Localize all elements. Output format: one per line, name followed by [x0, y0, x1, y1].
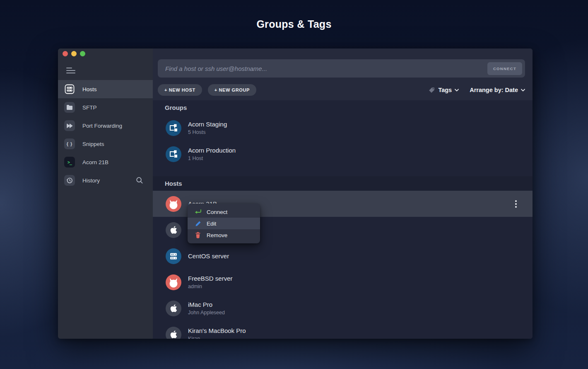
- apple-icon: [166, 301, 181, 316]
- sidebar-nav: Hosts SFTP Port Forwarding: [58, 80, 153, 189]
- sidebar-item-label: Hosts: [82, 86, 97, 92]
- host-context-menu: Connect Edit Remove: [188, 204, 260, 243]
- apple-icon: [166, 222, 181, 238]
- search-placeholder: Find a host or ssh user@hostname...: [165, 65, 267, 72]
- folder-icon: [64, 102, 75, 113]
- context-menu-item-edit[interactable]: Edit: [188, 218, 260, 229]
- tags-dropdown[interactable]: Tags: [428, 87, 459, 94]
- host-row-imac-pro[interactable]: iMac Pro John Appleseed: [153, 295, 533, 321]
- server-icon: [166, 248, 181, 264]
- group-name: Acorn Staging: [188, 121, 227, 128]
- history-clock-icon: [64, 175, 75, 186]
- group-icon: [166, 120, 181, 136]
- context-menu-item-connect[interactable]: Connect: [188, 206, 260, 218]
- group-icon: [166, 146, 181, 162]
- row-more-options-icon[interactable]: [513, 198, 519, 210]
- close-window-button[interactable]: [63, 51, 68, 56]
- new-host-button[interactable]: + NEW HOST: [158, 84, 202, 96]
- terminal-icon: >_: [64, 157, 75, 168]
- host-name: Kiran's MacBook Pro: [188, 327, 246, 334]
- group-row-acorn-staging[interactable]: Acorn Staging 5 Hosts: [153, 115, 533, 141]
- host-username: admin: [188, 284, 233, 289]
- traffic-lights: [58, 49, 153, 56]
- host-search-input[interactable]: Find a host or ssh user@hostname... CONN…: [158, 59, 525, 78]
- group-host-count: 5 Hosts: [188, 129, 227, 135]
- pencil-icon: [194, 221, 202, 227]
- arrange-by-dropdown[interactable]: Arrange by: Date: [470, 87, 525, 93]
- new-group-button[interactable]: + NEW GROUP: [208, 84, 256, 96]
- app-window: Hosts SFTP Port Forwarding: [58, 49, 533, 339]
- list-controls: Tags Arrange by: Date: [428, 87, 525, 94]
- sidebar: Hosts SFTP Port Forwarding: [58, 49, 153, 339]
- menu-hamburger-icon[interactable]: [66, 68, 75, 73]
- sidebar-item-snippets[interactable]: { } Snippets: [58, 135, 153, 153]
- host-row-centos-server[interactable]: CentOS server: [153, 243, 533, 269]
- group-name: Acorn Production: [188, 147, 236, 154]
- sidebar-item-acorn-21b[interactable]: >_ Acorn 21B: [58, 153, 153, 171]
- freebsd-icon: [166, 274, 181, 290]
- host-row-kirans-macbook-pro[interactable]: Kiran's MacBook Pro Kiran: [153, 321, 533, 339]
- sidebar-item-history[interactable]: History: [58, 171, 153, 189]
- sidebar-item-sftp[interactable]: SFTP: [58, 98, 153, 117]
- host-username: John Appleseed: [188, 310, 225, 316]
- sidebar-item-label: Snippets: [82, 141, 104, 147]
- sidebar-item-label: Port Forwarding: [82, 123, 122, 129]
- host-username: Kiran: [188, 336, 246, 339]
- zoom-window-button[interactable]: [80, 51, 85, 56]
- sidebar-item-label: SFTP: [82, 104, 97, 111]
- groups-section-header: Groups: [153, 100, 533, 115]
- page-title: Groups & Tags: [0, 18, 588, 30]
- curly-braces-icon: { }: [64, 138, 75, 149]
- host-name: FreeBSD server: [188, 275, 233, 282]
- chevron-down-icon: [455, 89, 459, 92]
- actions-row: + NEW HOST + NEW GROUP Tags: [158, 84, 525, 96]
- host-row-freebsd-server[interactable]: FreeBSD server admin: [153, 269, 533, 295]
- freebsd-icon: [166, 196, 181, 212]
- trash-icon: [194, 232, 202, 238]
- chevron-down-icon: [521, 89, 525, 92]
- tag-icon: [428, 87, 435, 94]
- sidebar-item-port-forwarding[interactable]: Port Forwarding: [58, 117, 153, 135]
- main-panel: Find a host or ssh user@hostname... CONN…: [153, 49, 533, 339]
- hosts-section-header: Hosts: [153, 176, 533, 191]
- group-host-count: 1 Host: [188, 155, 236, 161]
- forward-arrows-icon: [64, 120, 75, 131]
- topbar: Find a host or ssh user@hostname... CONN…: [153, 49, 533, 100]
- sidebar-item-label: Acorn 21B: [82, 159, 108, 165]
- connect-button[interactable]: CONNECT: [487, 62, 522, 75]
- context-menu-item-remove[interactable]: Remove: [188, 229, 260, 241]
- sidebar-item-hosts[interactable]: Hosts: [58, 80, 153, 98]
- host-name: CentOS server: [188, 252, 229, 260]
- group-row-acorn-production[interactable]: Acorn Production 1 Host: [153, 141, 533, 167]
- search-icon[interactable]: [135, 176, 144, 184]
- apple-icon: [166, 327, 181, 339]
- hosts-server-icon: [64, 84, 75, 95]
- return-arrow-icon: [194, 209, 202, 215]
- sidebar-item-label: History: [82, 177, 100, 184]
- host-name: iMac Pro: [188, 301, 225, 308]
- minimize-window-button[interactable]: [71, 51, 77, 56]
